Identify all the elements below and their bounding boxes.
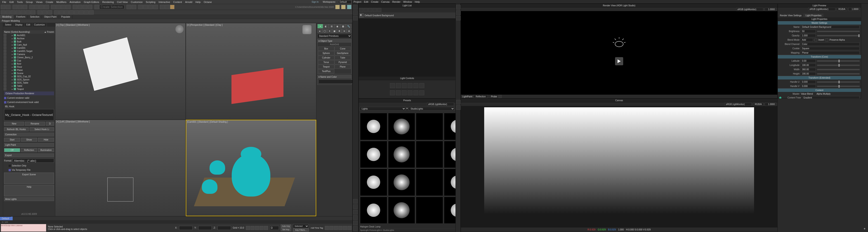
lc-btn-3-icon[interactable] <box>402 83 407 88</box>
render-play-button[interactable] <box>615 57 623 65</box>
canvas-tool-1-icon[interactable] <box>456 100 461 104</box>
display-tab-icon[interactable]: ▦ <box>340 24 346 29</box>
preset-thumbnail[interactable] <box>360 197 387 224</box>
scene-item[interactable]: ▸Floor <box>3 65 55 68</box>
expand-icon[interactable]: ▸ <box>12 50 13 53</box>
selected-dropdown[interactable]: Selected <box>293 224 309 228</box>
width-value[interactable]: 360.00 <box>801 68 816 71</box>
visibility-toggle-icon[interactable] <box>4 50 6 53</box>
menu-help[interactable]: Help <box>194 0 202 4</box>
probe-label[interactable]: Probe <box>491 95 497 98</box>
prev-frame-icon[interactable] <box>250 226 254 230</box>
tb2-4-icon[interactable] <box>16 10 20 15</box>
scene-filter-4-icon[interactable] <box>14 27 18 30</box>
signin-link[interactable]: Sign In <box>310 0 320 4</box>
scene-item[interactable]: ▸floor <box>3 62 55 65</box>
selection-only-check[interactable] <box>8 165 11 167</box>
primitive-button[interactable]: Cylinder <box>318 56 334 60</box>
tb2-6-icon[interactable] <box>26 10 30 15</box>
spacewarps-cat-icon[interactable]: ≋ <box>342 29 347 33</box>
canvas-body[interactable] <box>461 106 777 228</box>
handleu-slider[interactable] <box>817 81 860 83</box>
menu-views[interactable]: Views <box>35 0 44 4</box>
primitive-type-dropdown[interactable]: Standard Primitives <box>317 34 351 38</box>
scene-filter-5-icon[interactable] <box>18 27 21 30</box>
presets-grid[interactable] <box>359 111 456 225</box>
preset-thumbnail[interactable] <box>444 113 456 140</box>
polygon-modeling-label[interactable]: Polygon Modeling <box>2 20 20 22</box>
menu-civilview[interactable]: Civil View <box>116 0 129 4</box>
handlev-value[interactable]: 0.000 <box>801 85 816 88</box>
lc-btn-6-icon[interactable] <box>419 83 424 88</box>
scene-item[interactable]: ▸Table <box>3 84 55 88</box>
preset-thumbnail[interactable] <box>388 113 415 140</box>
menu-edit[interactable]: Edit <box>8 0 15 4</box>
lc-btn-9-icon[interactable] <box>402 90 407 95</box>
mapping-value[interactable]: Planar <box>801 51 860 55</box>
visibility-toggle-icon[interactable] <box>4 34 6 37</box>
ribbon-freeform[interactable]: Freeform <box>14 15 28 19</box>
name-color-rollout[interactable]: ▾ Name and Color <box>318 75 351 78</box>
scene-item[interactable]: ▸Scene <box>3 72 55 75</box>
named-sel-icon[interactable] <box>94 5 99 9</box>
start-button[interactable]: Start <box>4 138 20 142</box>
off-button[interactable]: Off <box>4 148 20 152</box>
ribbon-populate[interactable]: Populate <box>59 15 72 19</box>
next-frame-icon[interactable] <box>259 226 264 230</box>
ribbon-objectpaint[interactable]: Object Paint <box>42 15 59 19</box>
teapot-toolbar-icon[interactable] <box>347 5 351 9</box>
align-icon[interactable] <box>131 5 136 9</box>
scene-item[interactable]: ▸Cam_Null <box>3 43 55 46</box>
cookie-value[interactable]: Square <box>801 47 860 50</box>
visibility-toggle-icon[interactable] <box>4 81 6 84</box>
menu-group[interactable]: Group <box>24 0 34 4</box>
visibility-toggle-icon[interactable] <box>4 78 6 81</box>
tb2-1-icon[interactable] <box>1 10 5 15</box>
rv-exposure-input[interactable]: 1.0000 <box>765 8 776 11</box>
expand-icon[interactable]: ▸ <box>12 34 13 37</box>
create-tab-icon[interactable]: ✦ <box>317 24 323 29</box>
goto-end-icon[interactable] <box>264 226 268 230</box>
expand-icon[interactable]: ▸ <box>12 75 13 78</box>
hdr-menu-help[interactable]: Help <box>415 0 420 3</box>
lp-rgba-dropdown[interactable]: RGB/A <box>837 7 847 11</box>
menu-customize[interactable]: Customize <box>129 0 144 4</box>
hdrtool-7-icon[interactable] <box>353 215 358 220</box>
expand-icon[interactable]: ▸ <box>12 59 13 62</box>
mid-tool-1-icon[interactable] <box>456 5 461 9</box>
viewport-left-label[interactable]: [+] [Left ] [Standard ] [Wireframe ] <box>56 121 90 123</box>
hide-button[interactable]: Hide <box>38 138 54 142</box>
timeline[interactable]: Default <box>0 217 352 221</box>
time-ruler[interactable]: 0 / 100 <box>0 221 352 224</box>
preset-thumbnail[interactable] <box>416 113 443 140</box>
move-icon[interactable] <box>51 5 56 9</box>
hdr-menu-project[interactable]: Project <box>353 0 361 3</box>
transform-core-header[interactable]: Transform (Core) <box>778 55 861 59</box>
filter-icon[interactable] <box>44 5 49 9</box>
curve-editor-icon[interactable] <box>143 5 148 9</box>
ll-tool-4-icon[interactable] <box>373 8 377 12</box>
visibility-toggle-icon[interactable] <box>4 72 6 74</box>
primitive-button[interactable]: TextPlus <box>318 69 334 73</box>
scene-name-column[interactable]: Name (Sorted Ascending) <box>4 31 44 33</box>
preserve-check[interactable] <box>826 39 828 41</box>
canvas-tool-2-icon[interactable] <box>456 105 461 110</box>
tb2-15-icon[interactable] <box>74 10 79 15</box>
scene-tab-display[interactable]: Display <box>13 23 25 27</box>
lc-btn-10-icon[interactable] <box>408 90 412 95</box>
viewport-left[interactable]: [+] [Left ] [Standard ] [Wireframe ] <box>55 120 186 216</box>
visibility-toggle-icon[interactable] <box>4 56 6 59</box>
lc-btn-4-icon[interactable] <box>408 83 412 88</box>
timeline-track[interactable] <box>11 217 352 220</box>
canvas-rgba-dropdown[interactable]: RGB/A <box>753 103 763 106</box>
expand-icon[interactable]: ▸ <box>12 81 13 84</box>
menu-octane[interactable]: Octane <box>202 0 213 4</box>
rotate-icon[interactable] <box>56 5 61 9</box>
undo-icon[interactable] <box>1 5 5 9</box>
tb2-16-icon[interactable] <box>79 10 84 15</box>
visibility-toggle-icon[interactable] <box>4 40 6 43</box>
show-button[interactable]: Show <box>21 138 37 142</box>
visibility-toggle-icon[interactable] <box>4 69 6 71</box>
expand-icon[interactable]: ▸ <box>12 69 13 71</box>
preset-thumbnail[interactable] <box>388 197 415 224</box>
